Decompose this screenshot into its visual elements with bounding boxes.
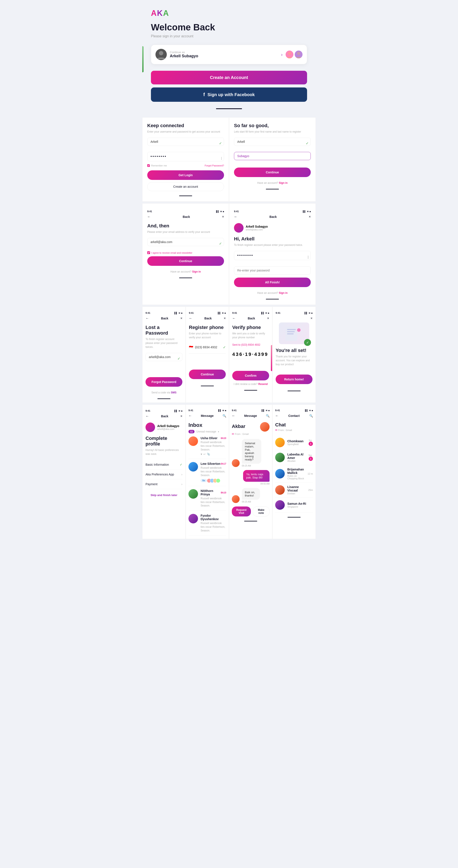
- password-hi-input[interactable]: [234, 251, 311, 260]
- message-item-usha[interactable]: Usha Oliver 6h10 Russell westbrook ties …: [189, 433, 226, 459]
- status-icons-allset: ▌▌ ≋ ■: [305, 312, 313, 314]
- confirm-button[interactable]: Confirm: [232, 371, 269, 380]
- usha-preview: Russell westbrook ties oscar Robertson, …: [201, 440, 226, 452]
- contact-samun[interactable]: Samun Ae-Ri Singapore: [275, 498, 313, 513]
- lew-content: Lew Silverton 6h17 Russell westbrook tie…: [201, 462, 226, 483]
- usha-name: Usha Oliver: [201, 436, 218, 440]
- usha-content: Usha Oliver 6h10 Russell westbrook ties …: [201, 436, 226, 456]
- create-account-button[interactable]: Create an Account: [151, 71, 307, 85]
- message-item-fyodor[interactable]: Fyodor Dyushenkov Russell westbrook ties…: [189, 511, 226, 535]
- profile-payment[interactable]: Payment ›: [145, 479, 183, 489]
- home-indicator-verify: [244, 390, 257, 391]
- back-label-lost: Back: [161, 317, 168, 320]
- remember-checkbox[interactable]: [147, 164, 150, 167]
- username-input[interactable]: [147, 137, 224, 146]
- continue-button-phone[interactable]: Continue: [189, 370, 226, 379]
- search-icon-inbox[interactable]: 🔍: [223, 414, 226, 417]
- contact-lisanne[interactable]: Lisanne Viscaal Durban 25m: [275, 483, 313, 498]
- nav-bar-phone: ← Back ×: [189, 316, 226, 320]
- svg-rect-5: [287, 329, 296, 330]
- sign-in-link-andthen[interactable]: Sign in: [192, 270, 201, 273]
- logo-k: K: [157, 9, 163, 18]
- chevron-right-icon[interactable]: ›: [281, 52, 283, 57]
- continue-button-sofar[interactable]: Continue: [234, 167, 311, 177]
- continue-card[interactable]: Continue as Arkell Subagyo ›: [151, 45, 307, 64]
- all-finish-button[interactable]: All Finish!: [234, 278, 311, 287]
- create-account-outline-button[interactable]: Create an account: [147, 182, 224, 191]
- search-icon-chat[interactable]: 🔍: [309, 414, 313, 417]
- screen-home-indicator-2: [266, 189, 279, 189]
- back-akbar[interactable]: ←: [232, 414, 235, 418]
- home-indicator-chat: [288, 517, 300, 518]
- back-cp[interactable]: ←: [145, 414, 149, 418]
- newsletter-checkbox[interactable]: [147, 251, 150, 254]
- verification-code-input[interactable]: [232, 350, 269, 359]
- profile-aka-preferences[interactable]: Aka Preferences App ›: [145, 470, 183, 479]
- back-phone[interactable]: ←: [189, 316, 192, 320]
- lew-mini-avatars: [208, 478, 220, 483]
- continue-button-andthen[interactable]: Continue: [147, 256, 224, 266]
- first-name-input[interactable]: [234, 137, 311, 146]
- close-cp[interactable]: ×: [181, 414, 183, 418]
- resend-link[interactable]: Resend: [258, 382, 268, 385]
- wifi-icon-hi: ≋: [307, 210, 308, 213]
- close-lost[interactable]: ×: [181, 316, 183, 320]
- message-item-lew[interactable]: Lew Silverton 6h17 Russell westbrook tie…: [189, 459, 226, 486]
- password-input[interactable]: [147, 152, 224, 161]
- green-accent-bar: [142, 46, 143, 72]
- third-screens-row: 9:41 ▌▌ ≋ ■ ← Back × Lost a Password To …: [142, 307, 316, 403]
- back-button-hi[interactable]: ←: [234, 215, 237, 219]
- akbar-from-gmail: ✉ From : Gmail: [232, 432, 269, 436]
- lost-password-screen: 9:41 ▌▌ ≋ ■ ← Back × Lost a Password To …: [142, 307, 186, 403]
- back-lost[interactable]: ←: [145, 316, 149, 320]
- skip-link[interactable]: Skip and finish later: [145, 493, 183, 497]
- close-allset[interactable]: ×: [310, 316, 313, 320]
- signal-verify: ▌▌: [261, 312, 264, 314]
- status-time-inbox: 9:41: [189, 409, 193, 412]
- confirm-password-input[interactable]: [234, 266, 311, 275]
- lost-email-input[interactable]: [145, 353, 183, 361]
- contact-chomkwan[interactable]: Chomkwan Springfield 3m 1: [275, 435, 313, 450]
- profile-avatar: [234, 223, 243, 232]
- back-verify[interactable]: ←: [232, 316, 236, 320]
- lisanne-location: Durban: [287, 492, 306, 495]
- sign-in-link-hi[interactable]: Sign in: [279, 291, 288, 294]
- close-verify[interactable]: ×: [267, 316, 269, 320]
- last-name-input[interactable]: [234, 152, 311, 160]
- nitithorn-name-row: Nitithorn Prinya 8h10: [201, 489, 226, 496]
- status-bar-akbar: 9:41 ▌▌ ≋ ■: [232, 408, 269, 414]
- chat-msg-2-row: Ya, tentu saja pak. Siap 86! 09:55 AM: [232, 470, 269, 485]
- sign-in-link[interactable]: Sign in: [279, 181, 288, 184]
- lisanne-avatar: [275, 485, 285, 495]
- get-login-button[interactable]: Get Login: [147, 170, 224, 180]
- return-home-button[interactable]: Return home!: [275, 375, 313, 384]
- search-icon-akbar[interactable]: 🔍: [266, 414, 269, 417]
- back-chat[interactable]: ←: [275, 414, 279, 418]
- profile-basic-info[interactable]: Basic Information ✓: [145, 460, 183, 470]
- close-phone[interactable]: ×: [224, 316, 226, 320]
- status-bar-phone: 9:41 ▌▌ ≋ ■: [189, 310, 226, 316]
- close-button[interactable]: ×: [222, 215, 224, 219]
- facebook-signup-button[interactable]: f Sign up with Facebook: [151, 88, 307, 102]
- phone-check-icon: ✓: [223, 345, 226, 349]
- inbox-screen: 9:41 ▌▌ ≋ ■ ← Message 🔍 Inbox 11 Unread …: [186, 404, 229, 539]
- wifi-allset: ≋: [308, 312, 310, 314]
- make-note-button[interactable]: Make note: [253, 506, 269, 517]
- email-input[interactable]: [147, 238, 224, 246]
- close-button-hi[interactable]: ×: [309, 215, 311, 219]
- chat-msg-1: Selamat malam, Pak, apakah barang ready?…: [232, 439, 269, 467]
- contact-brija[interactable]: Brijamahan Mallick Rules on Chopping Blo…: [275, 465, 313, 483]
- nav-bar-lost: ← Back ×: [145, 316, 183, 320]
- logo-a1: A: [151, 9, 157, 18]
- forgot-password-button[interactable]: Forgot Password: [145, 377, 183, 387]
- message-item-nitithorn[interactable]: Nitithorn Prinya 8h10 Russell westbrook …: [189, 486, 226, 511]
- request-visit-button[interactable]: Request Visit: [232, 506, 251, 517]
- wifi-lost: ≋: [178, 312, 180, 314]
- back-inbox[interactable]: ←: [189, 414, 192, 418]
- forgot-password-link[interactable]: Forgot Password?: [205, 164, 224, 167]
- sms-link[interactable]: SMS: [171, 391, 176, 394]
- back-button[interactable]: ←: [147, 215, 151, 219]
- phone-number-input[interactable]: [195, 343, 221, 351]
- home-indicator-allset: [288, 391, 300, 391]
- contact-labeeba[interactable]: Labeeba Al Amer Abudan 5m 1: [275, 450, 313, 465]
